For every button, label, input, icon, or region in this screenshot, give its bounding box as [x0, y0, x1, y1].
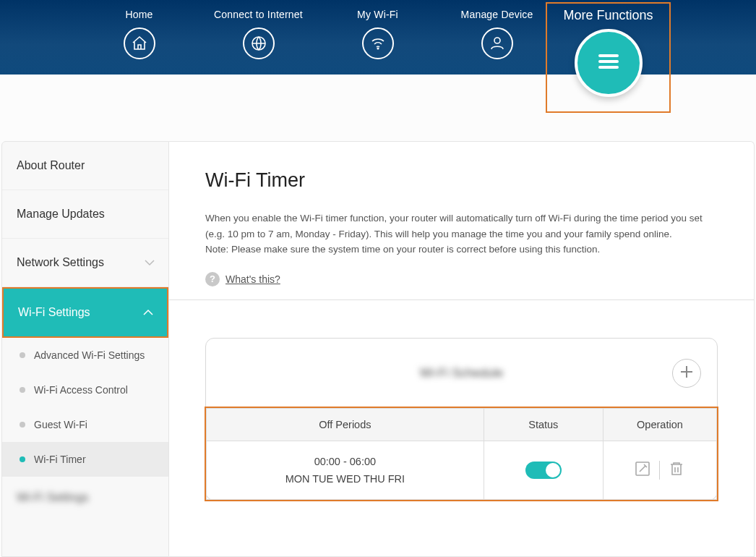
page-desc-1: When you enable the Wi-Fi timer function…	[205, 211, 704, 242]
edit-button[interactable]	[630, 460, 655, 480]
sidebar-sub-label: Advanced Wi-Fi Settings	[34, 349, 145, 361]
sidebar: About Router Manage Updates Network Sett…	[1, 141, 169, 557]
trash-icon	[668, 460, 685, 480]
bullet-icon	[20, 456, 25, 462]
sidebar-blurred-item: Wi-Fi Settings	[2, 477, 168, 519]
sidebar-wifi-settings[interactable]: Wi-Fi Settings	[2, 287, 168, 338]
status-toggle[interactable]	[525, 462, 562, 479]
toggle-knob	[546, 463, 560, 477]
nav-my-wifi[interactable]: My Wi-Fi	[318, 9, 437, 59]
svg-point-1	[377, 48, 379, 49]
nav-more-functions[interactable]	[575, 29, 643, 97]
sidebar-sub-access-control[interactable]: Wi-Fi Access Control	[2, 373, 168, 407]
svg-point-2	[494, 38, 500, 43]
help-icon: ?	[205, 272, 220, 286]
nav-more-functions-highlight: More Functions	[546, 2, 671, 113]
col-operation: Operation	[603, 408, 716, 441]
col-off-periods: Off Periods	[207, 408, 484, 441]
nav-home[interactable]: Home	[80, 9, 199, 59]
bullet-icon	[20, 387, 25, 393]
bullet-icon	[20, 352, 25, 358]
cell-off-period: 00:00 - 06:00 MON TUE WED THU FRI	[207, 441, 484, 499]
nav-connect-label: Connect to Internet	[199, 9, 318, 20]
sidebar-item-label: Wi-Fi Settings	[18, 306, 90, 318]
page-desc-2: Note: Please make sure the system time o…	[205, 242, 704, 258]
sidebar-sub-wifi-timer[interactable]: Wi-Fi Timer	[2, 442, 168, 477]
sidebar-item-label: Network Settings	[17, 256, 104, 268]
cell-status	[484, 441, 603, 499]
sidebar-about-router[interactable]: About Router	[2, 142, 168, 190]
sidebar-sub-guest-wifi[interactable]: Guest Wi-Fi	[2, 407, 168, 442]
nav-connect-internet[interactable]: Connect to Internet	[199, 9, 318, 59]
chevron-down-icon	[144, 256, 155, 269]
divider	[169, 299, 754, 300]
top-nav: Home Connect to Internet My Wi-Fi Manage…	[0, 0, 756, 75]
delete-button[interactable]	[664, 460, 689, 480]
schedule-table: Off Periods Status Operation 00:00 - 06:…	[206, 408, 717, 500]
sidebar-item-label: Manage Updates	[17, 208, 105, 220]
nav-device-label: Manage Device	[437, 9, 557, 20]
bullet-icon	[20, 422, 25, 428]
days-range: MON TUE WED THU FRI	[214, 473, 476, 485]
table-row: 00:00 - 06:00 MON TUE WED THU FRI	[207, 441, 717, 499]
sidebar-network-settings[interactable]: Network Settings	[2, 239, 168, 287]
person-icon	[481, 27, 513, 59]
col-status: Status	[484, 408, 603, 441]
nav-manage-device[interactable]: Manage Device	[437, 9, 557, 59]
edit-icon	[634, 460, 651, 480]
schedule-card-title: Wi-Fi Schedule	[420, 366, 503, 380]
schedule-card: Wi-Fi Schedule Off Periods Status Operat…	[205, 338, 718, 501]
plus-icon	[680, 365, 693, 381]
chevron-up-icon	[142, 306, 154, 319]
nav-wifi-label: My Wi-Fi	[318, 9, 437, 20]
hamburger-icon	[593, 46, 624, 80]
sidebar-sub-label: Guest Wi-Fi	[34, 419, 87, 430]
schedule-table-highlight: Off Periods Status Operation 00:00 - 06:…	[205, 407, 718, 501]
wifi-icon	[362, 27, 394, 59]
add-schedule-button[interactable]	[672, 359, 701, 388]
sidebar-sub-advanced-wifi[interactable]: Advanced Wi-Fi Settings	[2, 338, 168, 373]
cell-operation	[603, 441, 716, 499]
main-panel: Wi-Fi Timer When you enable the Wi-Fi ti…	[169, 141, 755, 557]
whats-this-link[interactable]: What's this?	[225, 273, 280, 285]
globe-icon	[243, 27, 275, 59]
sidebar-item-label: About Router	[17, 159, 85, 171]
nav-more-label: More Functions	[547, 8, 669, 23]
sidebar-sub-label: Wi-Fi Timer	[34, 454, 86, 465]
time-range: 00:00 - 06:00	[214, 456, 476, 467]
schedule-card-header: Wi-Fi Schedule	[206, 339, 717, 408]
home-icon	[124, 27, 155, 59]
nav-home-label: Home	[80, 9, 199, 20]
separator	[659, 461, 660, 480]
sidebar-sub-label: Wi-Fi Access Control	[34, 384, 128, 396]
page-title: Wi-Fi Timer	[205, 169, 718, 192]
sidebar-manage-updates[interactable]: Manage Updates	[2, 190, 168, 239]
